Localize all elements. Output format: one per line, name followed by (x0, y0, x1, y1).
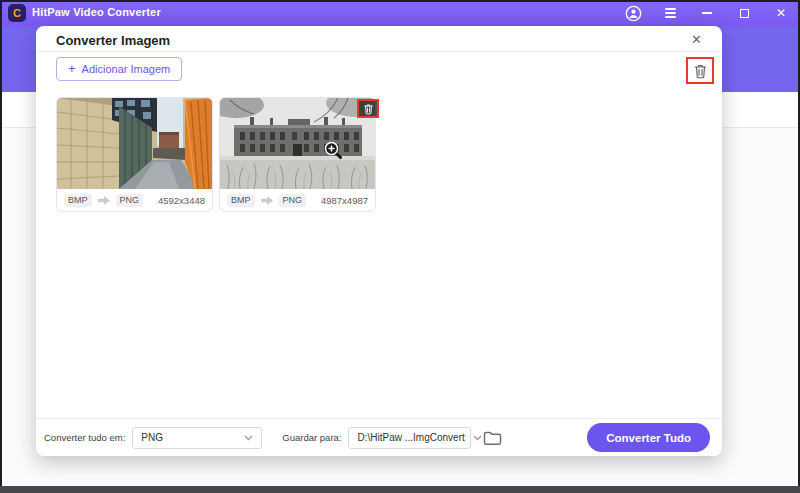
account-icon[interactable] (624, 4, 642, 22)
window-close-button[interactable]: ✕ (772, 4, 790, 22)
app-logo-letter: C (13, 8, 21, 19)
titlebar-controls: ✕ (624, 0, 790, 26)
target-format-badge: PNG (116, 194, 144, 207)
chevron-down-icon (465, 435, 482, 441)
add-image-label: Adicionar Imagem (82, 63, 171, 75)
dialog-title: Converter Imagem (56, 33, 170, 48)
thumbnail-grayscale-manor (220, 98, 375, 189)
convert-all-button[interactable]: Converter Tudo (587, 423, 710, 452)
dialog-close-icon[interactable]: ✕ (691, 32, 702, 47)
app-window: C HitPaw Video Converter ✕ (0, 0, 800, 493)
trash-icon (363, 103, 374, 115)
thumbnail-color-buildings (57, 98, 212, 189)
plus-icon: + (68, 62, 76, 75)
source-format-badge: BMP (227, 194, 255, 207)
arrow-right-icon (98, 196, 110, 205)
trash-icon (693, 63, 708, 79)
image-card-2[interactable]: BMP PNG 4987x4987 (219, 97, 376, 212)
source-format-badge: BMP (64, 194, 92, 207)
arrow-right-icon (261, 196, 273, 205)
titlebar: C HitPaw Video Converter ✕ (0, 0, 800, 26)
image-card-1[interactable]: BMP PNG 4592x3448 (56, 97, 213, 212)
window-title: HitPaw Video Converter (32, 6, 161, 18)
save-to-label: Guardar para: (282, 432, 341, 443)
delete-all-button-annotated[interactable] (686, 57, 714, 84)
add-image-button[interactable]: + Adicionar Imagem (56, 57, 182, 81)
menu-icon[interactable] (661, 4, 679, 22)
image-card-list: BMP PNG 4592x3448 (56, 97, 376, 212)
minimize-button[interactable] (698, 4, 716, 22)
output-format-select[interactable]: PNG (132, 427, 262, 449)
delete-image-button-annotated[interactable] (357, 99, 379, 118)
convert-all-label: Converter tudo em: (44, 432, 125, 443)
target-format-badge: PNG (279, 194, 307, 207)
maximize-button[interactable] (735, 4, 753, 22)
converter-imagem-dialog: Converter Imagem ✕ + Adicionar Imagem (36, 26, 722, 456)
header-divider (36, 51, 722, 52)
image-dimensions: 4592x3448 (158, 195, 205, 206)
folder-icon (483, 430, 502, 446)
conversion-info-row: BMP PNG 4592x3448 (57, 189, 212, 211)
open-folder-button[interactable] (483, 430, 502, 446)
dialog-footer: Converter tudo em: PNG Guardar para: D:\… (36, 418, 722, 456)
zoom-in-icon[interactable] (324, 141, 342, 159)
save-path-select[interactable]: D:\HitPaw ...ImgConvert (348, 427, 471, 449)
conversion-info-row: BMP PNG 4987x4987 (220, 189, 375, 211)
window-border-left (0, 0, 2, 493)
save-path-value: D:\HitPaw ...ImgConvert (357, 432, 464, 443)
window-border-top (0, 0, 800, 2)
image-dimensions: 4987x4987 (321, 195, 368, 206)
output-format-value: PNG (141, 432, 163, 443)
app-logo-icon: C (8, 4, 26, 22)
chevron-down-icon (236, 435, 253, 441)
window-border-bottom (0, 486, 800, 493)
